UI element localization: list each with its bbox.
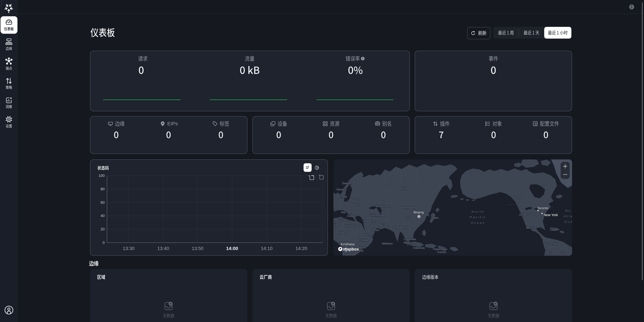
svg-text:COM: COM <box>376 123 379 125</box>
svg-text:EIPs: EIPs <box>167 121 178 126</box>
svg-text:IP: IP <box>162 122 164 124</box>
